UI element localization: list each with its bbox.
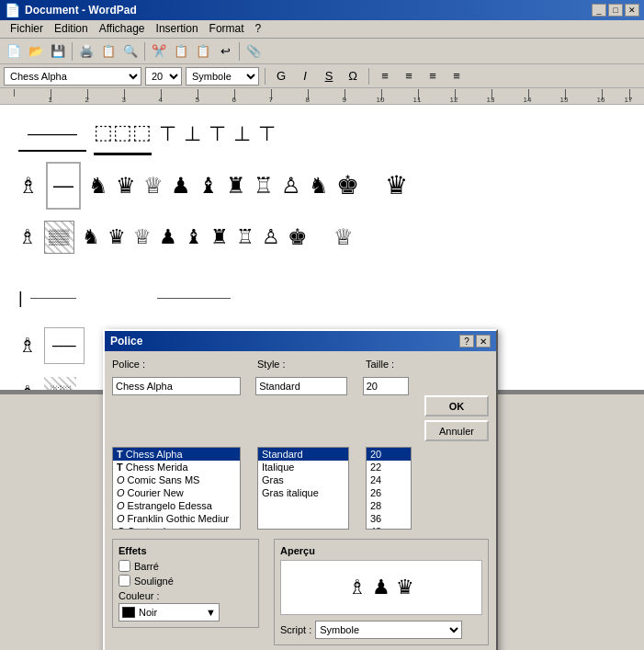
- save-button[interactable]: 💾: [48, 41, 68, 62]
- svg-rect-0: [10, 89, 635, 104]
- find-button[interactable]: 🔍: [120, 41, 141, 62]
- svg-text:5: 5: [196, 96, 200, 104]
- font-list-item-6[interactable]: O Gautami: [113, 525, 240, 530]
- special-button[interactable]: Ω: [343, 67, 363, 86]
- color-value: Noir: [139, 607, 157, 618]
- cancel-button[interactable]: Annuler: [424, 420, 489, 441]
- size-list-item-3[interactable]: 26: [367, 486, 411, 499]
- svg-text:12: 12: [450, 96, 458, 104]
- svg-text:15: 15: [560, 96, 569, 104]
- svg-text:3: 3: [122, 96, 127, 104]
- style-list[interactable]: Standard Italique Gras Gras italique: [257, 447, 349, 530]
- dialog-close-button[interactable]: ✕: [476, 335, 491, 348]
- italic-button[interactable]: I: [295, 67, 315, 86]
- close-button[interactable]: ✕: [625, 4, 639, 17]
- menu-affichage[interactable]: Affichage: [94, 22, 151, 36]
- color-select[interactable]: Noir ▼: [119, 603, 220, 621]
- dialog-help-button[interactable]: ?: [459, 335, 474, 348]
- style-label: Style :: [257, 359, 358, 370]
- paste-button[interactable]: 📋: [193, 41, 213, 62]
- menu-help[interactable]: ?: [250, 22, 267, 36]
- menu-insertion[interactable]: Insertion: [151, 22, 204, 36]
- font-list-item-5[interactable]: O Franklin Gothic Mediur: [113, 512, 240, 525]
- style-list-item-1[interactable]: Italique: [258, 461, 348, 473]
- font-list[interactable]: T Chess Alpha T Chess Merida O Comic San…: [112, 447, 241, 530]
- print-button[interactable]: 🖨️: [76, 41, 96, 62]
- style-list-item-3[interactable]: Gras italique: [258, 486, 348, 499]
- color-dropdown-arrow: ▼: [206, 607, 216, 618]
- align-right-button[interactable]: ≡: [423, 67, 443, 86]
- size-selector[interactable]: 20: [145, 67, 182, 86]
- dialog-lists-row: T Chess Alpha T Chess Merida O Comic San…: [112, 447, 489, 530]
- size-list-item-0[interactable]: 20: [367, 448, 411, 461]
- bold-button[interactable]: G: [271, 67, 291, 86]
- font-list-item-1[interactable]: T Chess Merida: [113, 461, 240, 473]
- font-list-item-2[interactable]: O Comic Sans MS: [113, 473, 240, 486]
- list-button[interactable]: ≡: [446, 67, 467, 86]
- preview-button[interactable]: 📋: [98, 41, 119, 62]
- menu-edition[interactable]: Edition: [49, 22, 94, 36]
- window-controls: _ □ ✕: [592, 4, 639, 17]
- undo-button[interactable]: ↩: [215, 41, 235, 62]
- svg-text:16: 16: [597, 96, 605, 104]
- font-list-item-0[interactable]: T Chess Alpha: [113, 448, 240, 461]
- dialog-title-bar: Police ? ✕: [105, 331, 496, 351]
- script-select[interactable]: Symbole: [315, 621, 462, 639]
- minimize-button[interactable]: _: [592, 4, 606, 17]
- style-list-item-0[interactable]: Standard: [258, 448, 348, 461]
- align-left-button[interactable]: ≡: [375, 67, 395, 86]
- menu-format[interactable]: Format: [204, 22, 250, 36]
- menu-fichier[interactable]: Fichier: [5, 22, 49, 36]
- preview-title: Aperçu: [280, 545, 482, 556]
- svg-text:4: 4: [159, 96, 164, 104]
- size-list-item-5[interactable]: 36: [367, 512, 411, 525]
- size-list-item-2[interactable]: 24: [367, 473, 411, 486]
- cut-button[interactable]: ✂️: [149, 41, 169, 62]
- color-row: Couleur :: [119, 590, 253, 601]
- format-sep-2: [368, 68, 369, 85]
- new-button[interactable]: 📄: [4, 41, 24, 62]
- svg-text:11: 11: [413, 96, 422, 104]
- chess-row-2: ♗ ― ♞ ♛ ♕ ♟ ♝ ♜ ♖ ♙ ♞ ♚ ♛: [18, 160, 626, 211]
- font-list-item-3[interactable]: O Courier New: [113, 486, 240, 499]
- toolbar: 📄 📂 💾 🖨️ 📋 🔍 ✂️ 📋 📋 ↩ 📎: [0, 39, 644, 64]
- ruler-svg: 1 2 3 4 5 6 7 8 9 10 11 12 13 14 15 16 1…: [4, 89, 640, 104]
- size-list-item-4[interactable]: 28: [367, 499, 411, 512]
- title-bar: 📄 Document - WordPad _ □ ✕: [0, 0, 644, 20]
- chess-row-4: |: [18, 281, 626, 314]
- app-icon: 📄: [5, 3, 20, 17]
- open-button[interactable]: 📂: [26, 41, 46, 62]
- separator-2: [144, 42, 145, 61]
- souligne-label: Souligné: [134, 576, 174, 587]
- ruler: 1 2 3 4 5 6 7 8 9 10 11 12 13 14 15 16 1…: [0, 88, 644, 105]
- size-list-item-6[interactable]: 48: [367, 525, 411, 530]
- font-selector[interactable]: Chess Alpha: [4, 67, 141, 86]
- svg-text:2: 2: [85, 96, 90, 104]
- svg-text:1: 1: [49, 96, 53, 104]
- underline-button[interactable]: S: [319, 67, 339, 86]
- ok-button[interactable]: OK: [424, 395, 489, 416]
- font-list-item-4[interactable]: O Estrangelo Edessa: [113, 499, 240, 512]
- svg-text:13: 13: [487, 96, 495, 104]
- svg-text:17: 17: [625, 96, 633, 104]
- svg-text:6: 6: [232, 96, 237, 104]
- dialog-title-buttons: ? ✕: [459, 335, 491, 348]
- object-button[interactable]: 📎: [243, 41, 264, 62]
- separator-1: [72, 42, 73, 61]
- barre-row: Barré: [119, 560, 253, 572]
- preview-box: ♗ ♟ ♛: [280, 560, 482, 615]
- align-center-button[interactable]: ≡: [399, 67, 419, 86]
- font-name-input[interactable]: [112, 377, 241, 395]
- style-input[interactable]: [255, 377, 347, 395]
- copy-button[interactable]: 📋: [171, 41, 191, 62]
- maximize-button[interactable]: □: [608, 4, 623, 17]
- size-input[interactable]: [363, 377, 409, 395]
- style-selector[interactable]: Symbole: [186, 67, 259, 86]
- souligne-checkbox[interactable]: [119, 575, 130, 587]
- dialog-labels-row: Police : Style : Taille :: [112, 359, 489, 371]
- size-list[interactable]: 20 22 24 26 28 36 48: [366, 447, 412, 530]
- style-list-item-2[interactable]: Gras: [258, 473, 348, 486]
- size-list-item-1[interactable]: 22: [367, 461, 411, 473]
- barre-label: Barré: [134, 561, 159, 572]
- barre-checkbox[interactable]: [119, 560, 130, 572]
